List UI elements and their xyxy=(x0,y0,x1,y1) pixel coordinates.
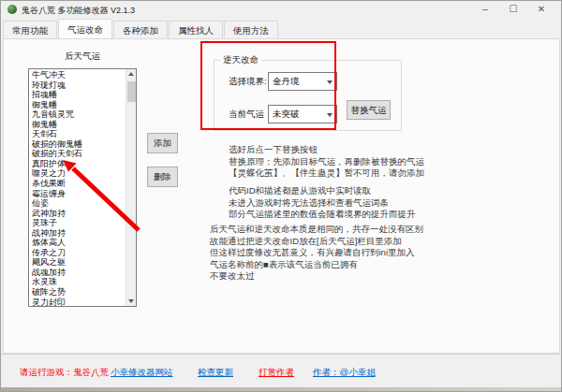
luck-list-item[interactable]: 灵珠子 xyxy=(29,218,126,228)
luck-list-item[interactable]: 九音镇灵咒 xyxy=(29,109,126,120)
realm-select-dropdown[interactable]: 金丹境 xyxy=(268,72,337,91)
luck-list-items: 牛气冲天玲珑灯魂招魂幡御鬼幡九音镇灵咒御鬼幡天剑石破损的御鬼幡破损的天剑石真阳护… xyxy=(29,70,126,306)
title-bar: 鬼谷八荒 多功能修改器 V2.1.3 – ☐ ✕ xyxy=(1,1,561,18)
luck-list-item[interactable]: 破阵之势 xyxy=(29,287,126,298)
instruction-line: 【灵蝶化茧】、【伴生蛊灵】暂不可用，请勿添加 xyxy=(229,167,424,180)
instruction-line: 替换原理：先添加目标气运，再删除被替换的气运 xyxy=(229,156,424,168)
luck-list-item[interactable]: 天剑石 xyxy=(29,129,126,139)
scrollbar-thumb[interactable] xyxy=(127,81,136,102)
scrollbar-down-icon[interactable] xyxy=(126,296,137,306)
luck-list-item[interactable]: 御鬼幡 xyxy=(29,100,126,110)
delete-button[interactable]: 删除 xyxy=(147,167,178,187)
status-bar: 请运行游戏：鬼谷八荒 小幸修改器网站 检查更新 打赏作者 作者：@小幸姐 xyxy=(1,354,561,387)
luck-listbox[interactable]: 牛气冲天玲珑灯魂招魂幡御鬼幡九音镇灵咒御鬼幡天剑石破损的御鬼幡破损的天剑石真阳护… xyxy=(28,68,137,307)
scrollbar[interactable] xyxy=(126,69,136,306)
scrollbar-up-icon[interactable] xyxy=(126,69,137,80)
instruction-line: 故能通过把逆天改命ID放在[后天气运]栏目里添加 xyxy=(210,236,423,248)
realm-select-value: 金丹境 xyxy=(273,76,300,88)
luck-list-item[interactable]: 玲珑灯魂 xyxy=(29,80,126,91)
tab-various-add[interactable]: 各种添加 xyxy=(113,21,168,38)
realm-select-label: 选择境界: xyxy=(229,76,267,88)
instruction-line: 气运名称前的■表示该气运当前已拥有 xyxy=(210,259,423,271)
luck-list-item[interactable]: 水灵珠 xyxy=(29,277,126,287)
desktop-edge xyxy=(1,387,561,392)
running-game-status: 请运行游戏：鬼谷八荒 xyxy=(20,367,109,379)
author-link[interactable]: 作者：@小幸姐 xyxy=(313,367,376,379)
luck-list-item[interactable]: 噬灵之力 xyxy=(29,168,126,179)
tab-attribute-find[interactable]: 属性找人 xyxy=(169,21,223,38)
app-window: 鬼谷八荒 多功能修改器 V2.1.3 – ☐ ✕ 常用功能 气运改命 各种添加 … xyxy=(0,0,562,392)
luck-list-item[interactable]: 仙姿 xyxy=(29,198,126,209)
instruction-line: 但这样过度修改无甚意义，有兴趣请自行到ini里加入 xyxy=(210,247,423,259)
tab-usage[interactable]: 使用方法 xyxy=(224,21,278,38)
tab-luck-change[interactable]: 气运改命 xyxy=(58,19,112,38)
app-icon xyxy=(7,5,17,14)
minimize-button[interactable]: – xyxy=(471,1,499,18)
replace-luck-button[interactable]: 替换气运 xyxy=(347,100,391,120)
maximize-button[interactable]: ☐ xyxy=(499,1,527,18)
instruction-line: 部分气运描述里的数值会随着境界的提升而提升 xyxy=(229,209,416,221)
instruction-block-1: 选好后点一下替换按钮替换原理：先添加目标气运，再删除被替换的气运【灵蝶化茧】、【… xyxy=(229,144,424,180)
luck-list-item[interactable]: 飓风之躯 xyxy=(29,257,126,268)
instruction-line: 不要改太过 xyxy=(210,270,423,283)
instruction-line: 选好后点一下替换按钮 xyxy=(229,144,424,156)
luck-list-item[interactable]: 真阳护体 xyxy=(29,159,126,169)
fate-change-group-title: 逆天改命 xyxy=(220,54,261,66)
tab-page-luck-change: 后天气运 牛气冲天玲珑灯魂招魂幡御鬼幡九音镇灵咒御鬼幡天剑石破损的御鬼幡破损的天… xyxy=(3,38,560,354)
instruction-block-2: 代码ID和描述都是从游戏中实时读取未进入游戏时将无法选择和查看气运词条部分气运描… xyxy=(229,185,416,221)
current-luck-dropdown[interactable]: 未突破 xyxy=(268,105,337,123)
close-button[interactable]: ✕ xyxy=(527,1,555,18)
luck-list-item[interactable]: 武神加持 xyxy=(29,209,126,219)
luck-list-item[interactable]: 破损的天剑石 xyxy=(29,149,126,159)
luck-list-item[interactable]: 杀伐果断 xyxy=(29,179,126,189)
luck-list-item[interactable]: 传承之刀 xyxy=(29,248,126,258)
instruction-line: 后天气运和逆天改命本质是相同的，共存一处没有区别 xyxy=(210,224,423,236)
modifier-site-link[interactable]: 小幸修改器网站 xyxy=(111,367,173,379)
luck-list-item[interactable]: 灵力封印 xyxy=(29,298,126,306)
chevron-down-icon xyxy=(327,113,333,117)
luck-list-label: 后天气运 xyxy=(28,51,137,63)
luck-list-item[interactable]: 破损的御鬼幡 xyxy=(29,139,126,150)
luck-list-item[interactable]: 战魂加持 xyxy=(29,268,126,278)
luck-list-item[interactable]: 炼体高人 xyxy=(29,238,126,248)
luck-list-item[interactable]: 招魂幡 xyxy=(29,90,126,100)
tab-common-functions[interactable]: 常用功能 xyxy=(3,21,57,38)
current-luck-value: 未突破 xyxy=(273,109,300,121)
donate-author-link[interactable]: 打赏作者 xyxy=(259,367,294,379)
window-title: 鬼谷八荒 多功能修改器 V2.1.3 xyxy=(22,5,135,17)
luck-list-item[interactable]: 战神加持 xyxy=(29,228,126,239)
tab-bar: 常用功能 气运改命 各种添加 属性找人 使用方法 xyxy=(3,19,279,38)
luck-list-item[interactable]: 霉运缠身 xyxy=(29,189,126,199)
instruction-line: 未进入游戏时将无法选择和查看气运词条 xyxy=(229,197,416,210)
chevron-down-icon xyxy=(327,80,333,84)
check-update-link[interactable]: 检查更新 xyxy=(198,367,233,379)
instruction-line: 代码ID和描述都是从游戏中实时读取 xyxy=(229,185,416,197)
luck-list-item[interactable]: 牛气冲天 xyxy=(29,70,126,80)
instruction-block-3: 后天气运和逆天改命本质是相同的，共存一处没有区别故能通过把逆天改命ID放在[后天… xyxy=(210,224,423,283)
current-luck-label: 当前气运 xyxy=(229,109,264,121)
add-button[interactable]: 添加 xyxy=(147,133,178,153)
luck-list-item[interactable]: 御鬼幡 xyxy=(29,120,126,130)
